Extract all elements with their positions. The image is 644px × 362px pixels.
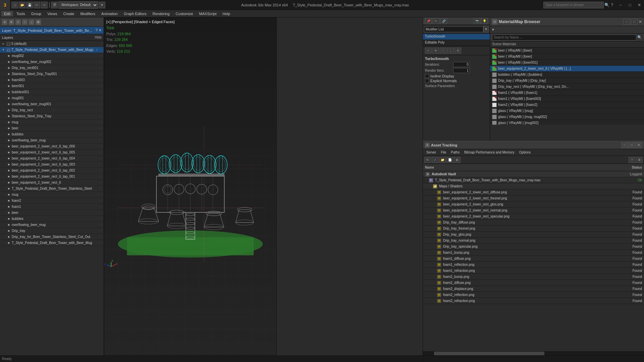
mat-item[interactable]: beer ( VRayMtl ) [beer] bbox=[490, 54, 644, 60]
layer-item[interactable]: ◆ beer_equipment_2_tower_rect_6_tap_006 … bbox=[0, 143, 104, 149]
layer-item[interactable]: ◆ foam2 ··· bbox=[0, 198, 104, 204]
menu-create[interactable]: Create bbox=[60, 11, 77, 16]
move-down-icon[interactable]: ↓ bbox=[29, 19, 34, 25]
render-iters-input[interactable] bbox=[453, 68, 470, 73]
mod-pin-icon[interactable]: 📌 bbox=[425, 18, 432, 24]
layer-item[interactable]: ◆ Stainless_Steel_Drip_Tray001 ··· bbox=[0, 71, 104, 77]
layer-checkbox[interactable]: □ bbox=[6, 48, 10, 52]
layer-item[interactable]: ◆ bubbles ··· bbox=[0, 131, 104, 137]
layer-item[interactable]: ◆ foam003 ··· bbox=[0, 77, 104, 83]
asset-map-row[interactable]: 🖼 foam2_diffuse.png Found bbox=[423, 280, 644, 286]
asset-h-scrollbar[interactable] bbox=[423, 351, 644, 355]
asset-close-btn[interactable]: ✕ bbox=[635, 142, 642, 148]
close-btn[interactable]: ✕ bbox=[635, 0, 644, 10]
asset-scrollbar-thumb[interactable] bbox=[434, 352, 545, 355]
mat-item-selected[interactable]: beer_equipment_2_tower_rect_6 ( VRayMtl … bbox=[490, 66, 644, 72]
layer-item[interactable]: ◆ beer_equipment_2_tower_rect_6 ··· bbox=[0, 180, 104, 186]
layer-close-btn[interactable]: ? ✕ bbox=[96, 28, 102, 33]
layer-item[interactable]: ◆ Drip_tray_rect ··· bbox=[0, 107, 104, 113]
mod-select-icon[interactable]: ↖ bbox=[433, 18, 439, 24]
3d-viewport[interactable]: [+] [Perspective] [Shaded + Edged Faces]… bbox=[104, 17, 277, 362]
asset-map-row[interactable]: 🖼 Drip_tray_diffuse.png Found bbox=[423, 220, 644, 226]
mat-item[interactable]: beer ( VRayMtl ) [beer] bbox=[490, 48, 644, 54]
material-list[interactable]: beer ( VRayMtl ) [beer] beer ( VRayMtl )… bbox=[490, 48, 644, 125]
layer-item[interactable]: ◆ Drip_tray_for_Beer_Tower_Stainless_Ste… bbox=[0, 234, 104, 240]
layer-item[interactable]: ◆ Drip_tray ··· bbox=[0, 228, 104, 234]
asset-list[interactable]: V Autodesk Vault Logged F T_Style_Pedest… bbox=[423, 171, 644, 352]
mod-down-icon[interactable]: ↓ bbox=[447, 48, 454, 54]
layer-item[interactable]: ◆ beer_equipment_2_tower_rect_6_tap_003 … bbox=[0, 162, 104, 168]
asset-grid-btn[interactable]: ⊞ bbox=[454, 157, 461, 163]
layer-item[interactable]: ◆ mug001 ··· bbox=[0, 95, 104, 101]
layer-item[interactable]: ◆ Drip_tray_rect001 ··· bbox=[0, 65, 104, 71]
layer-item[interactable]: ◆ beer ··· bbox=[0, 210, 104, 216]
mat-minimize-icon[interactable]: − bbox=[623, 19, 630, 25]
open-btn[interactable]: 📂 bbox=[19, 2, 25, 8]
mat-item[interactable]: foam2 ( VRayMtl ) [foam2] bbox=[490, 102, 644, 108]
global-search-input[interactable] bbox=[543, 2, 604, 8]
menu-tools[interactable]: Tools bbox=[14, 11, 28, 16]
help-icon[interactable]: ? bbox=[611, 3, 613, 7]
maximize-btn[interactable]: □ bbox=[625, 0, 635, 10]
mat-item[interactable]: Drip_tray ( VRayMtl ) [Drip_tray] bbox=[490, 78, 644, 84]
delete-icon[interactable]: ✕ bbox=[9, 19, 14, 25]
material-search-input[interactable] bbox=[492, 35, 636, 41]
menu-rendering[interactable]: Rendering bbox=[150, 11, 172, 16]
layer-checkbox[interactable]: □ bbox=[6, 42, 10, 46]
menu-views[interactable]: Views bbox=[45, 11, 60, 16]
asset-maps-folder[interactable]: 📁 Maps / Shaders bbox=[423, 183, 644, 189]
asset-map-row[interactable]: 🖼 foam2_bump.png Found bbox=[423, 274, 644, 280]
asset-map-row[interactable]: 🖼 Drip_tray_normal.png Found bbox=[423, 238, 644, 244]
asset-menu-paths[interactable]: Paths bbox=[449, 150, 462, 155]
save-btn[interactable]: 💾 bbox=[26, 2, 33, 8]
settings-icon[interactable]: ⚙ bbox=[36, 19, 41, 25]
layer-item[interactable]: ◆ beer_equipment_2_tower_rect_6_tap_001 … bbox=[0, 174, 104, 180]
layer-item[interactable]: ◆ overflowing_beer_mug ··· bbox=[0, 222, 104, 228]
menu-modifiers[interactable]: Modifiers bbox=[77, 11, 98, 16]
mat-item[interactable]: beer ( VRayMtl ) [beer001] bbox=[490, 60, 644, 66]
mat-item[interactable]: Drip_tray_rect ( VRayMtl ) [Drip_tray_re… bbox=[490, 84, 644, 90]
asset-folder-btn[interactable]: 📁 bbox=[439, 157, 446, 163]
mod-up-icon[interactable]: ↑ bbox=[440, 48, 446, 54]
col-hide-label[interactable]: Hide bbox=[95, 36, 102, 39]
asset-maximize-btn[interactable]: □ bbox=[628, 142, 635, 148]
layer-item[interactable]: ◆ overflowing_beer_mug002 ··· bbox=[0, 59, 104, 65]
mat-item[interactable]: glass ( VRayMtl ) [mug] bbox=[490, 108, 644, 114]
modifier-editable-poly[interactable]: Editable Poly bbox=[423, 40, 490, 46]
asset-minimize-btn[interactable]: − bbox=[621, 142, 628, 148]
minimize-btn[interactable]: − bbox=[616, 0, 625, 10]
layer-item[interactable]: ◆ beer ··· bbox=[0, 125, 104, 131]
layer-item[interactable]: ◆ beer_equipment_2_tower_rect_6_tap_004 … bbox=[0, 156, 104, 162]
asset-check-btn[interactable]: ✓ bbox=[432, 157, 438, 163]
layer-item[interactable]: ◆ beer_equipment_2_tower_rect_6_tap_005 … bbox=[0, 149, 104, 156]
asset-help-btn[interactable]: ? bbox=[629, 157, 635, 163]
mod-apply-icon[interactable]: ✓ bbox=[425, 48, 432, 54]
iterations-input[interactable] bbox=[453, 62, 470, 67]
layer-list[interactable]: ▸ □ 0 (default) ··· ▼ □ T_Style_Pedestal… bbox=[0, 41, 104, 339]
modifier-turbossmooth[interactable]: TurboSmooth bbox=[423, 34, 490, 40]
workspace-selector[interactable]: Workspace: Default bbox=[58, 1, 98, 9]
explicit-normals-checkbox[interactable] bbox=[425, 79, 429, 83]
asset-map-row[interactable]: 🖼 foam2_refraction.png Found bbox=[423, 298, 644, 304]
layer-item[interactable]: ◆ overflowing_beer_mug ··· bbox=[0, 137, 104, 143]
asset-menu-options[interactable]: Options bbox=[517, 150, 533, 155]
menu-group[interactable]: Group bbox=[29, 11, 44, 16]
layer-item[interactable]: ◆ bubbles ··· bbox=[0, 216, 104, 222]
mat-item[interactable]: glass ( VRayMtl ) [mug002] bbox=[490, 120, 644, 125]
layer-item[interactable]: ◆ mug002 ··· bbox=[0, 53, 104, 59]
redo-btn[interactable]: ↪ bbox=[41, 2, 48, 8]
layer-item[interactable]: ◆ Stainless_Steel_Drip_Tray ··· bbox=[0, 113, 104, 119]
undo-btn[interactable]: ↩ bbox=[34, 2, 40, 8]
modifier-list-label[interactable]: Modifier List bbox=[424, 26, 483, 32]
modifier-dropdown-arrow[interactable]: ▼ bbox=[483, 26, 489, 33]
layer-item[interactable]: ◆ mug ··· bbox=[0, 119, 104, 125]
search-icon[interactable]: 🔍 bbox=[604, 3, 609, 7]
asset-menu-file[interactable]: File bbox=[439, 150, 448, 155]
menu-edit[interactable]: Edit bbox=[1, 11, 13, 16]
layer-item[interactable]: ◆ beer_equipment_2_tower_rect_6_tap_002 … bbox=[0, 168, 104, 174]
material-search-icon[interactable]: 🔍 bbox=[637, 35, 642, 40]
menu-graph-editors[interactable]: Graph Editors bbox=[121, 11, 149, 16]
asset-map-row[interactable]: 🖼 foam2_reflection.png Found bbox=[423, 292, 644, 298]
asset-map-row[interactable]: 🖼 foam1_refraction.png Found bbox=[423, 268, 644, 274]
layer-item[interactable]: ◆ beer001 ··· bbox=[0, 83, 104, 89]
